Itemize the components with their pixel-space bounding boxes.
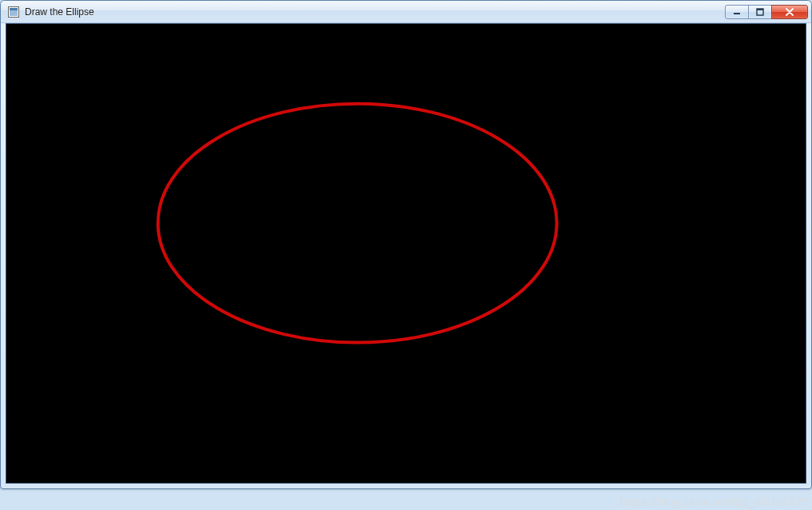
window-controls: [725, 5, 808, 19]
close-button[interactable]: [771, 5, 808, 19]
watermark-text: https://blog.csdn.net/qq_40024275: [619, 495, 809, 508]
ellipse-graphic: [6, 24, 806, 483]
close-icon: [785, 8, 794, 16]
minimize-icon: [733, 8, 741, 16]
red-ellipse: [158, 104, 557, 343]
app-icon: [7, 6, 20, 18]
application-window: Draw the Ellipse: [0, 0, 812, 489]
maximize-button[interactable]: [748, 5, 772, 19]
svg-rect-2: [10, 8, 18, 10]
drawing-canvas: [6, 23, 806, 484]
svg-rect-3: [734, 13, 740, 14]
svg-rect-5: [757, 9, 763, 10]
minimize-button[interactable]: [725, 5, 749, 19]
maximize-icon: [756, 8, 764, 16]
titlebar[interactable]: Draw the Ellipse: [1, 1, 811, 23]
window-title: Draw the Ellipse: [25, 6, 725, 18]
